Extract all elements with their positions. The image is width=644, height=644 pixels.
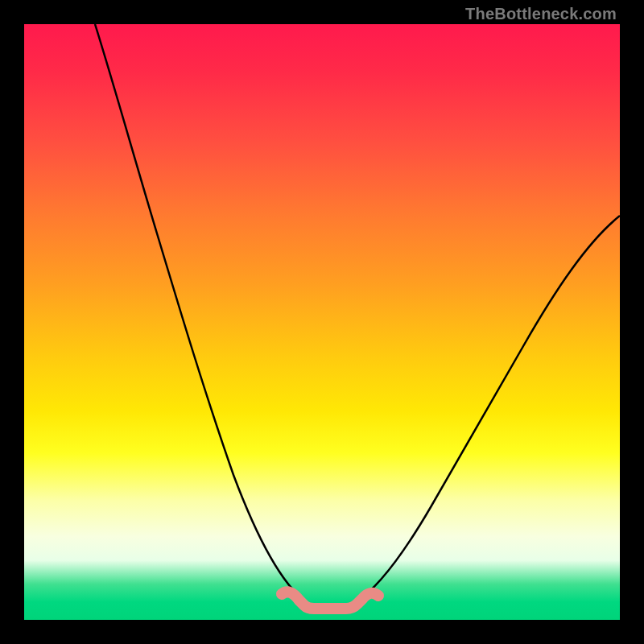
right-curve [356,216,620,602]
left-curve [95,24,306,602]
chart-svg [24,24,620,620]
chart-frame: TheBottleneck.com [0,0,644,644]
watermark: TheBottleneck.com [465,5,617,23]
bottom-marker-line [282,592,378,609]
